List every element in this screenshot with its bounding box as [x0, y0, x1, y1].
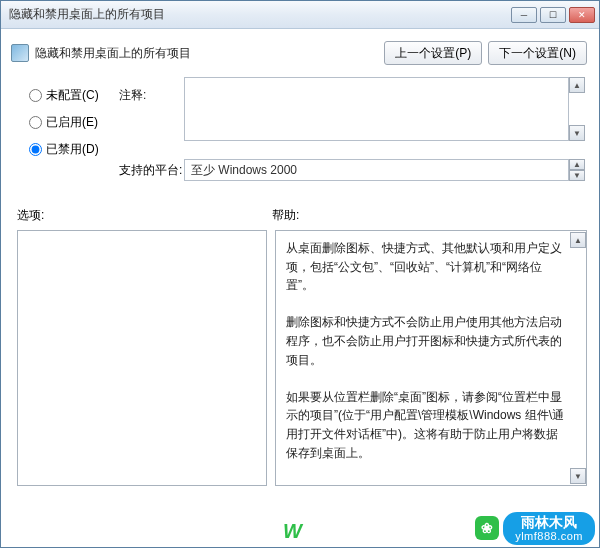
platform-value: 至少 Windows 2000 [191, 162, 297, 179]
help-paragraph-2: 删除图标和快捷方式不会防止用户使用其他方法启动程序，也不会防止用户打开图标和快捷… [286, 313, 564, 369]
options-panel [17, 230, 267, 486]
platform-field: 至少 Windows 2000 [184, 159, 569, 181]
radio-enabled[interactable]: 已启用(E) [29, 114, 119, 131]
watermark: ❀ 雨林木风 ylmf888.com [475, 512, 595, 545]
header-row: 隐藏和禁用桌面上的所有项目 上一个设置(P) 下一个设置(N) [1, 29, 599, 73]
platform-label: 支持的平台: [119, 162, 184, 179]
watermark-brand: 雨林木风 [521, 515, 577, 530]
watermark-w-icon: W [283, 520, 302, 543]
help-text: 从桌面删除图标、快捷方式、其他默认项和用户定义项，包括“公文包”、“回收站”、“… [276, 231, 570, 485]
help-label: 帮助: [272, 207, 299, 224]
radio-enabled-input[interactable] [29, 116, 42, 129]
help-paragraph-1: 从桌面删除图标、快捷方式、其他默认项和用户定义项，包括“公文包”、“回收站”、“… [286, 239, 564, 295]
radio-not-configured-input[interactable] [29, 89, 42, 102]
help-scrollbar: ▲ ▼ [570, 231, 586, 485]
watermark-pill: 雨林木风 ylmf888.com [503, 512, 595, 545]
radio-not-configured-label: 未配置(C) [46, 87, 99, 104]
radio-not-configured[interactable]: 未配置(C) [29, 87, 119, 104]
watermark-leaf-icon: ❀ [475, 516, 499, 540]
radio-disabled-input[interactable] [29, 143, 42, 156]
radio-disabled-label: 已禁用(D) [46, 141, 99, 158]
previous-setting-button[interactable]: 上一个设置(P) [384, 41, 482, 65]
platform-scroll-down[interactable]: ▼ [569, 170, 585, 181]
policy-icon [11, 44, 29, 62]
panels: 从桌面删除图标、快捷方式、其他默认项和用户定义项，包括“公文包”、“回收站”、“… [1, 228, 599, 492]
next-setting-button[interactable]: 下一个设置(N) [488, 41, 587, 65]
setting-title: 隐藏和禁用桌面上的所有项目 [35, 45, 378, 62]
options-label: 选项: [17, 207, 272, 224]
window-controls: ─ ☐ ✕ [511, 7, 595, 23]
comment-label: 注释: [119, 77, 184, 104]
close-button[interactable]: ✕ [569, 7, 595, 23]
comment-textarea[interactable] [184, 77, 569, 141]
help-panel: 从桌面删除图标、快捷方式、其他默认项和用户定义项，包括“公文包”、“回收站”、“… [275, 230, 587, 486]
watermark-url: ylmf888.com [515, 530, 583, 542]
window-title: 隐藏和禁用桌面上的所有项目 [9, 6, 511, 23]
radio-enabled-label: 已启用(E) [46, 114, 98, 131]
help-scroll-up[interactable]: ▲ [570, 232, 586, 248]
platform-scroll-up[interactable]: ▲ [569, 159, 585, 170]
config-block: 未配置(C) 已启用(E) 已禁用(D) 注释: ▲ ▼ 支持的平台: 至少 W… [1, 73, 599, 189]
titlebar: 隐藏和禁用桌面上的所有项目 ─ ☐ ✕ [1, 1, 599, 29]
radio-disabled[interactable]: 已禁用(D) [29, 141, 119, 158]
comment-scroll-down[interactable]: ▼ [569, 125, 585, 141]
section-labels: 选项: 帮助: [1, 189, 599, 228]
help-scroll-down[interactable]: ▼ [570, 468, 586, 484]
minimize-button[interactable]: ─ [511, 7, 537, 23]
help-paragraph-3: 如果要从位置栏删除“桌面”图标，请参阅“位置栏中显示的项目”(位于“用户配置\管… [286, 388, 564, 462]
dialog-window: 隐藏和禁用桌面上的所有项目 ─ ☐ ✕ 隐藏和禁用桌面上的所有项目 上一个设置(… [0, 0, 600, 548]
comment-scroll-up[interactable]: ▲ [569, 77, 585, 93]
maximize-button[interactable]: ☐ [540, 7, 566, 23]
